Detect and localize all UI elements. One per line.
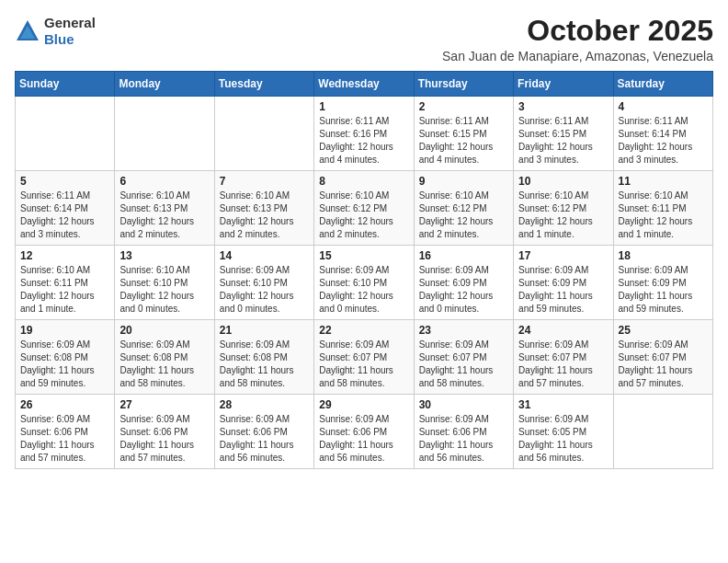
calendar-cell: 12Sunrise: 6:10 AMSunset: 6:11 PMDayligh… [16, 246, 115, 320]
day-number: 7 [220, 175, 309, 188]
calendar-cell [613, 395, 712, 469]
day-number: 3 [518, 100, 608, 113]
weekday-header-thursday: Thursday [414, 72, 513, 97]
calendar-cell [16, 97, 115, 171]
weekday-header-wednesday: Wednesday [314, 72, 414, 97]
day-info: Sunrise: 6:09 AMSunset: 6:06 PMDaylight:… [20, 413, 109, 465]
calendar-cell: 3Sunrise: 6:11 AMSunset: 6:15 PMDaylight… [514, 97, 613, 171]
calendar-table: SundayMondayTuesdayWednesdayThursdayFrid… [15, 71, 713, 469]
calendar-cell: 13Sunrise: 6:10 AMSunset: 6:10 PMDayligh… [115, 246, 214, 320]
day-number: 5 [20, 175, 109, 188]
calendar-week-0: 1Sunrise: 6:11 AMSunset: 6:16 PMDaylight… [16, 97, 713, 171]
day-info: Sunrise: 6:09 AMSunset: 6:08 PMDaylight:… [119, 339, 209, 390]
day-info: Sunrise: 6:09 AMSunset: 6:06 PMDaylight:… [319, 413, 408, 465]
calendar-cell: 8Sunrise: 6:10 AMSunset: 6:12 PMDaylight… [314, 171, 414, 246]
day-number: 6 [119, 175, 209, 188]
weekday-header-sunday: Sunday [16, 72, 115, 97]
calendar-cell: 1Sunrise: 6:11 AMSunset: 6:16 PMDaylight… [314, 97, 414, 171]
subtitle: San Juan de Manapiare, Amazonas, Venezue… [442, 49, 713, 63]
day-info: Sunrise: 6:09 AMSunset: 6:08 PMDaylight:… [220, 339, 309, 390]
day-number: 13 [119, 249, 209, 262]
weekday-header-friday: Friday [514, 72, 613, 97]
day-info: Sunrise: 6:09 AMSunset: 6:06 PMDaylight:… [419, 413, 508, 465]
day-number: 10 [518, 175, 608, 188]
weekday-header-monday: Monday [115, 72, 214, 97]
day-number: 20 [119, 324, 209, 337]
day-info: Sunrise: 6:11 AMSunset: 6:16 PMDaylight:… [319, 115, 408, 167]
calendar-cell: 22Sunrise: 6:09 AMSunset: 6:07 PMDayligh… [314, 320, 414, 395]
day-number: 29 [319, 398, 408, 411]
calendar-cell: 27Sunrise: 6:09 AMSunset: 6:06 PMDayligh… [115, 395, 214, 469]
day-info: Sunrise: 6:11 AMSunset: 6:14 PMDaylight:… [20, 190, 109, 241]
day-number: 4 [619, 100, 708, 113]
day-info: Sunrise: 6:09 AMSunset: 6:07 PMDaylight:… [419, 339, 508, 390]
calendar-cell: 7Sunrise: 6:10 AMSunset: 6:13 PMDaylight… [214, 171, 313, 246]
day-number: 2 [419, 100, 508, 113]
calendar-cell: 21Sunrise: 6:09 AMSunset: 6:08 PMDayligh… [214, 320, 313, 395]
calendar-cell [214, 97, 313, 171]
day-number: 28 [220, 398, 309, 411]
calendar-cell: 4Sunrise: 6:11 AMSunset: 6:14 PMDaylight… [613, 97, 712, 171]
logo-icon [15, 18, 40, 44]
calendar-week-4: 26Sunrise: 6:09 AMSunset: 6:06 PMDayligh… [16, 395, 713, 469]
calendar-cell: 18Sunrise: 6:09 AMSunset: 6:09 PMDayligh… [613, 246, 712, 320]
day-number: 9 [419, 175, 508, 188]
day-info: Sunrise: 6:09 AMSunset: 6:09 PMDaylight:… [419, 264, 508, 316]
calendar-cell: 29Sunrise: 6:09 AMSunset: 6:06 PMDayligh… [314, 395, 414, 469]
day-number: 15 [319, 249, 408, 262]
day-number: 12 [20, 249, 109, 262]
day-info: Sunrise: 6:09 AMSunset: 6:06 PMDaylight:… [119, 413, 209, 465]
weekday-header-row: SundayMondayTuesdayWednesdayThursdayFrid… [16, 72, 713, 97]
calendar-cell: 10Sunrise: 6:10 AMSunset: 6:12 PMDayligh… [514, 171, 613, 246]
calendar-cell: 26Sunrise: 6:09 AMSunset: 6:06 PMDayligh… [16, 395, 115, 469]
day-info: Sunrise: 6:11 AMSunset: 6:14 PMDaylight:… [619, 115, 708, 167]
day-info: Sunrise: 6:10 AMSunset: 6:12 PMDaylight:… [319, 190, 408, 241]
day-info: Sunrise: 6:11 AMSunset: 6:15 PMDaylight:… [518, 115, 608, 167]
day-info: Sunrise: 6:09 AMSunset: 6:07 PMDaylight:… [319, 339, 408, 390]
day-info: Sunrise: 6:09 AMSunset: 6:05 PMDaylight:… [518, 413, 608, 465]
weekday-header-tuesday: Tuesday [214, 72, 313, 97]
calendar-cell: 19Sunrise: 6:09 AMSunset: 6:08 PMDayligh… [16, 320, 115, 395]
day-number: 14 [220, 249, 309, 262]
calendar-header: SundayMondayTuesdayWednesdayThursdayFrid… [16, 72, 713, 97]
day-info: Sunrise: 6:09 AMSunset: 6:08 PMDaylight:… [20, 339, 109, 390]
day-number: 11 [619, 175, 708, 188]
calendar-cell: 15Sunrise: 6:09 AMSunset: 6:10 PMDayligh… [314, 246, 414, 320]
calendar-cell: 23Sunrise: 6:09 AMSunset: 6:07 PMDayligh… [414, 320, 513, 395]
day-info: Sunrise: 6:10 AMSunset: 6:10 PMDaylight:… [119, 264, 209, 316]
calendar-cell: 31Sunrise: 6:09 AMSunset: 6:05 PMDayligh… [514, 395, 613, 469]
day-info: Sunrise: 6:09 AMSunset: 6:06 PMDaylight:… [220, 413, 309, 465]
day-info: Sunrise: 6:10 AMSunset: 6:13 PMDaylight:… [119, 190, 209, 241]
day-info: Sunrise: 6:09 AMSunset: 6:10 PMDaylight:… [319, 264, 408, 316]
day-number: 19 [20, 324, 109, 337]
main-title: October 2025 [442, 15, 713, 47]
day-info: Sunrise: 6:09 AMSunset: 6:07 PMDaylight:… [518, 339, 608, 390]
weekday-header-saturday: Saturday [613, 72, 712, 97]
calendar-cell: 30Sunrise: 6:09 AMSunset: 6:06 PMDayligh… [414, 395, 513, 469]
page-header: General Blue October 2025 San Juan de Ma… [15, 15, 713, 63]
calendar-cell: 24Sunrise: 6:09 AMSunset: 6:07 PMDayligh… [514, 320, 613, 395]
logo: General Blue [15, 15, 96, 48]
calendar-week-1: 5Sunrise: 6:11 AMSunset: 6:14 PMDaylight… [16, 171, 713, 246]
calendar-cell: 11Sunrise: 6:10 AMSunset: 6:11 PMDayligh… [613, 171, 712, 246]
day-info: Sunrise: 6:10 AMSunset: 6:11 PMDaylight:… [20, 264, 109, 316]
calendar-cell: 17Sunrise: 6:09 AMSunset: 6:09 PMDayligh… [514, 246, 613, 320]
day-number: 1 [319, 100, 408, 113]
calendar-cell: 25Sunrise: 6:09 AMSunset: 6:07 PMDayligh… [613, 320, 712, 395]
calendar-cell: 28Sunrise: 6:09 AMSunset: 6:06 PMDayligh… [214, 395, 313, 469]
day-number: 30 [419, 398, 508, 411]
day-number: 17 [518, 249, 608, 262]
calendar-cell: 14Sunrise: 6:09 AMSunset: 6:10 PMDayligh… [214, 246, 313, 320]
day-number: 23 [419, 324, 508, 337]
day-info: Sunrise: 6:09 AMSunset: 6:07 PMDaylight:… [619, 339, 708, 390]
calendar-cell: 5Sunrise: 6:11 AMSunset: 6:14 PMDaylight… [16, 171, 115, 246]
calendar-cell: 9Sunrise: 6:10 AMSunset: 6:12 PMDaylight… [414, 171, 513, 246]
day-info: Sunrise: 6:09 AMSunset: 6:09 PMDaylight:… [518, 264, 608, 316]
day-number: 8 [319, 175, 408, 188]
logo-general: General [44, 15, 96, 31]
calendar-cell: 20Sunrise: 6:09 AMSunset: 6:08 PMDayligh… [115, 320, 214, 395]
day-number: 31 [518, 398, 608, 411]
calendar-cell: 2Sunrise: 6:11 AMSunset: 6:15 PMDaylight… [414, 97, 513, 171]
calendar-cell [115, 97, 214, 171]
day-number: 26 [20, 398, 109, 411]
